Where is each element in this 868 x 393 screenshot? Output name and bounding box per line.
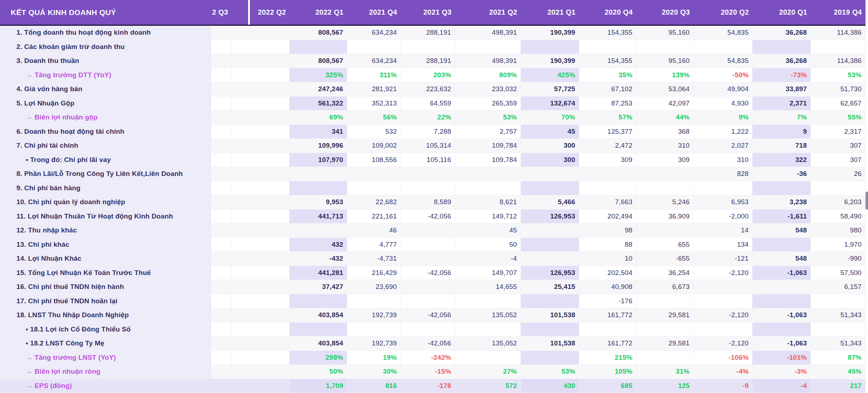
cell-value: 35%	[618, 71, 632, 79]
column-header-2021-q1[interactable]: 2021 Q1	[521, 8, 579, 16]
row-label: → EPS (đồng)	[0, 379, 211, 393]
row-label: 2. Các khoản giảm trừ doanh thu	[0, 40, 211, 54]
cell-value: 67,102	[611, 85, 632, 93]
data-cell	[232, 110, 290, 125]
data-cell: 6,203	[811, 195, 865, 210]
data-cell: 67,102	[579, 82, 636, 97]
data-cell	[521, 323, 579, 337]
vertical-scrollbar-thumb[interactable]	[865, 192, 868, 210]
data-cell: 432	[290, 238, 347, 252]
column-header-2019-q4[interactable]: 2019 Q4	[811, 8, 865, 16]
column-header-2022-q1[interactable]: 2022 Q1	[290, 8, 347, 16]
data-cell	[232, 40, 290, 54]
table-row: • Trong đó: Chi phí lãi vay107,970108,55…	[0, 153, 868, 167]
data-cell: 88	[579, 238, 636, 252]
cell-value: -42,056	[428, 311, 451, 319]
cell-value: 6,157	[844, 283, 862, 291]
data-cell: 288,191	[401, 54, 455, 68]
column-header-2020-q1[interactable]: 2020 Q1	[753, 8, 811, 16]
data-cell: 108,556	[347, 153, 401, 167]
data-cell: 2,317	[811, 125, 865, 139]
column-header-2020-q3[interactable]: 2020 Q3	[636, 8, 694, 16]
table-row: 12. Thu nhập khác46459814548980	[0, 223, 868, 238]
data-cell	[211, 280, 232, 294]
data-cell: 57,725	[521, 82, 579, 97]
data-cell: 980	[811, 223, 865, 238]
row-label: 11. Lợi Nhuận Thuần Từ Hoạt động Kinh Do…	[0, 210, 211, 224]
data-cell	[211, 181, 232, 196]
data-cell: 532	[347, 125, 401, 139]
data-cell: 498,391	[455, 26, 521, 40]
data-cell	[211, 294, 232, 309]
column-header-2020-q2[interactable]: 2020 Q2	[694, 8, 753, 16]
data-cell	[232, 153, 290, 167]
cell-value: 107,970	[318, 156, 343, 164]
header-columns: 2 Q32022 Q22022 Q12021 Q42021 Q32021 Q22…	[211, 8, 865, 16]
data-cell	[753, 40, 811, 54]
column-header-2021-q3[interactable]: 2021 Q3	[401, 8, 455, 16]
column-header-2-q3[interactable]: 2 Q3	[211, 8, 232, 16]
data-cell: 126,953	[521, 266, 579, 280]
cell-value: 53%	[848, 71, 862, 79]
cell-value: 105%	[615, 368, 632, 375]
column-header-2021-q4[interactable]: 2021 Q4	[347, 8, 401, 16]
data-cell: 64,559	[401, 97, 455, 111]
cell-value: 50	[509, 241, 517, 249]
data-cell: -4	[753, 379, 811, 393]
data-cell	[753, 323, 811, 337]
data-cell: -101%	[753, 351, 811, 365]
data-cell: 281,921	[347, 82, 401, 97]
cell-value: 135,052	[492, 311, 517, 319]
cell-value: 980	[850, 226, 862, 234]
data-cell: 46	[347, 223, 401, 238]
data-cell	[636, 223, 694, 238]
data-cell	[521, 181, 579, 196]
data-cell: 265,359	[455, 97, 521, 111]
data-cell	[455, 323, 521, 337]
cell-value: 132,674	[550, 99, 575, 107]
cell-value: 45	[509, 226, 517, 234]
column-header-2020-q4[interactable]: 2020 Q4	[579, 8, 636, 16]
data-cell: 2,027	[694, 139, 753, 153]
cell-value: 634,234	[372, 29, 397, 36]
column-header-2022-q2[interactable]: 2022 Q2	[232, 8, 290, 16]
data-cell: 192,739	[347, 308, 401, 323]
cell-value: 5,246	[672, 198, 690, 206]
data-cell	[401, 167, 455, 181]
data-cell: 53%	[811, 68, 865, 83]
cell-value: 109,002	[372, 142, 397, 149]
data-cell	[232, 280, 290, 294]
data-cell: 441,713	[290, 210, 347, 224]
cell-value: 816	[385, 382, 397, 390]
data-cell: 139%	[636, 68, 694, 83]
cell-value: 403,854	[318, 311, 343, 319]
data-cell: -4%	[694, 365, 753, 379]
table-row: 15. Tổng Lợi Nhuận Kế Toán Trước Thuế441…	[0, 266, 868, 280]
data-cell: 2,371	[753, 97, 811, 111]
data-cell: 37,427	[290, 280, 347, 294]
cell-value: 561,322	[318, 99, 343, 107]
data-cell	[753, 181, 811, 196]
cell-value: 134	[737, 241, 749, 249]
column-header-2021-q2[interactable]: 2021 Q2	[455, 8, 521, 16]
cell-value: 69%	[329, 113, 343, 121]
cell-value: 114,386	[837, 57, 862, 65]
data-cell: 132,674	[521, 97, 579, 111]
data-cell	[211, 308, 232, 323]
cell-value: 300	[564, 156, 575, 164]
data-cell	[232, 210, 290, 224]
data-cell: 6,953	[694, 195, 753, 210]
cell-value: 149,712	[492, 212, 517, 220]
cell-value: 14,655	[496, 283, 517, 291]
data-cell: 30%	[347, 365, 401, 379]
data-cell	[232, 181, 290, 196]
cell-value: 5,466	[558, 198, 575, 206]
data-cell: 561,322	[290, 97, 347, 111]
data-cell: -432	[290, 252, 347, 266]
data-cell: 135,052	[455, 308, 521, 323]
data-cell: 8,589	[401, 195, 455, 210]
data-cell	[521, 294, 579, 309]
cell-value: 655	[678, 241, 690, 249]
data-cell: 109,996	[290, 139, 347, 153]
cell-value: 221,161	[372, 212, 397, 220]
